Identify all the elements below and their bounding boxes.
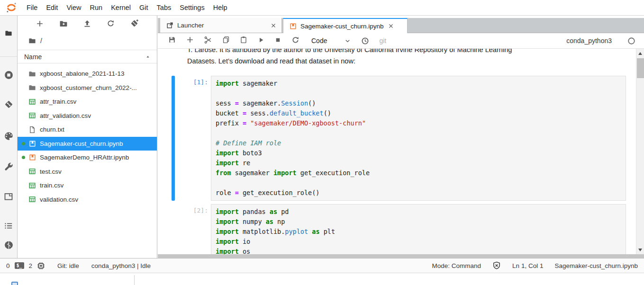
menu-settings[interactable]: Settings [175,0,209,15]
code-line: # Define IAM role [216,138,621,148]
terminal-icon[interactable]: $_ [15,262,24,269]
dock-tab-bar: LauncherSagemaker-cust_churn.ipynb [158,18,644,33]
kernel-running-dot [22,156,25,159]
new-launcher-button[interactable] [36,19,44,30]
code-editor[interactable]: import pandas as pdimport numpy as npimp… [211,204,626,254]
file-list-header[interactable]: Name [18,50,157,63]
refresh-button[interactable] [107,19,115,29]
copy-icon [222,36,230,44]
scroll-up-arrow-icon[interactable] [636,49,644,57]
menu-kernel[interactable]: Kernel [107,0,135,15]
copy-cells-button[interactable] [222,36,230,45]
jupyterlab-window: FileEditViewRunKernelGitTabsSettingsHelp… [0,0,644,285]
cursor-position[interactable]: Ln 1, Col 1 [512,262,543,269]
menu-view[interactable]: View [62,0,85,15]
new-folder-button[interactable] [59,19,68,30]
file-row[interactable]: train.csv [18,178,157,193]
code-line: import os [216,247,621,254]
file-row[interactable]: xgboost_abalone_2021-11-13 [18,67,157,81]
close-icon[interactable] [270,22,277,29]
tab-label: Sagemaker-cust_churn.ipynb [300,23,385,30]
file-icon [28,126,36,134]
command-palette-tab[interactable] [0,128,17,144]
running-sessions-tab[interactable] [0,67,17,83]
breadcrumb-root[interactable]: / [40,37,42,45]
paste-cells-button[interactable] [240,36,247,45]
tab-sagemaker-cust-churn-ipynb[interactable]: Sagemaker-cust_churn.ipynb [283,18,408,33]
upload-button[interactable] [83,19,91,30]
breadcrumb-folder-icon[interactable] [28,37,36,45]
kernel-chip-icon[interactable] [37,262,45,270]
file-name-label: xgboost_customer_churn_2022-... [40,84,137,91]
new-folder-icon [59,19,68,28]
sort-ascending-icon[interactable] [145,54,150,59]
save-button[interactable] [168,36,176,45]
cell-collapser[interactable] [172,76,175,201]
menu-file[interactable]: File [22,0,42,15]
not-trusted-shield-icon[interactable] [492,261,501,270]
tab-launcher[interactable]: Launcher [160,18,282,33]
menu-git[interactable]: Git [135,0,153,15]
git-clone-button[interactable] [130,19,139,30]
breadcrumb[interactable]: / [18,33,157,48]
kernels-count[interactable]: 2 [29,262,33,269]
cell-type-dropdown[interactable]: Code [311,37,327,45]
execution-count-prompt: [1]: [172,79,208,86]
table-of-contents-icon [4,221,13,231]
cut-cells-button[interactable] [204,36,212,46]
code-line: import pandas as pd [216,207,621,217]
machine-learning-tab[interactable] [0,237,17,253]
run-cell-button[interactable] [257,36,264,45]
terminals-count[interactable]: 0 [6,262,10,269]
file-row[interactable]: xgboost_customer_churn_2022-... [18,81,157,95]
chevron-down-icon[interactable] [344,37,351,45]
main-dock-panel: LauncherSagemaker-cust_churn.ipynb Code … [158,16,644,258]
menu-run[interactable]: Run [86,0,107,15]
git-tab[interactable] [0,96,17,112]
file-row[interactable]: test.csv [18,165,157,179]
kernel-status-icon[interactable] [627,37,635,45]
folder-icon [28,84,36,91]
git-status[interactable]: Git: idle [57,262,79,269]
code-line: sess = sagemaker.Session() [216,98,621,108]
menu-tabs[interactable]: Tabs [153,0,176,15]
table-of-contents-tab[interactable] [0,218,17,234]
menu-edit[interactable]: Edit [42,0,62,15]
code-editor[interactable]: import sagemaker sess = sagemaker.Sessio… [211,76,626,201]
file-row[interactable]: Sagemaker-cust_churn.ipynb [18,137,157,151]
kernel-name-label[interactable]: conda_python3 [566,37,612,45]
scroll-down-arrow-icon[interactable] [636,246,644,254]
interrupt-kernel-button[interactable] [274,36,281,45]
partial-folder-icon [11,282,18,285]
git-clone-icon [130,19,139,28]
upload-icon [83,19,91,28]
notebook-icon [28,154,36,161]
code-line [216,178,621,188]
insert-cell-button[interactable] [186,36,194,46]
file-name-label: churn.txt [40,126,64,133]
file-list: xgboost_abalone_2021-11-13xgboost_custom… [18,63,157,206]
kernel-status[interactable]: conda_python3 | Idle [91,262,151,269]
file-row[interactable]: validation.csv [18,193,157,207]
file-row[interactable]: SagemakerDemo_HRAttr.ipynb [18,151,157,165]
background-window-strip [0,273,644,285]
file-name-label: test.csv [40,168,62,175]
vertical-scrollbar[interactable] [636,49,644,254]
scrollbar-thumb[interactable] [637,58,644,78]
restart-kernel-button[interactable] [291,36,299,46]
notebook-icon [290,23,297,30]
file-row[interactable]: attr_train.csv [18,95,157,109]
code-line: import io [216,237,621,247]
notebook-content[interactable]: T. Larose. It is attributed by the autho… [158,49,635,254]
property-inspector-tab[interactable] [0,159,17,175]
command-mode-indicator[interactable]: Mode: Command [432,262,481,269]
close-icon[interactable] [388,23,394,29]
code-line: from sagemaker import get_execution_role [216,168,621,178]
menu-help[interactable]: Help [209,0,232,15]
open-tabs-tab[interactable] [0,188,17,205]
file-browser-tab[interactable] [0,25,17,41]
code-line [216,89,621,98]
file-row[interactable]: churn.txt [18,123,157,137]
clock-icon[interactable] [361,37,369,45]
file-row[interactable]: attr_validation.csv [18,109,157,123]
